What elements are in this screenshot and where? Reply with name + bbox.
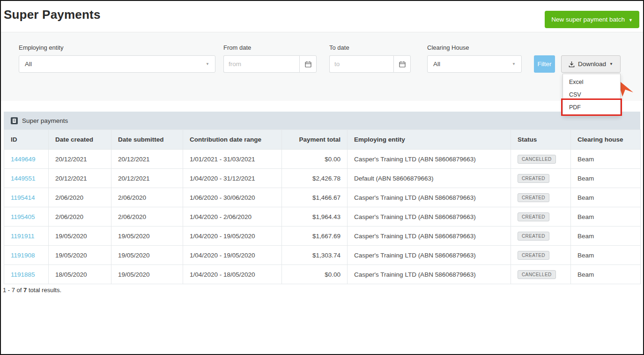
from-date-input[interactable] bbox=[223, 55, 299, 73]
date-submitted-cell: 20/12/2021 bbox=[111, 150, 183, 169]
column-header-employing-entity: Employing entity bbox=[348, 130, 511, 150]
document-icon bbox=[11, 117, 18, 124]
status-badge: CANCELLED bbox=[518, 155, 556, 164]
to-date-calendar-button[interactable] bbox=[393, 55, 411, 73]
employing-entity-value: All bbox=[25, 60, 32, 68]
employing-entity-cell: Casper's Training LTD (ABN 58606879663) bbox=[348, 265, 511, 284]
payment-id-link[interactable]: 1195405 bbox=[11, 213, 35, 220]
table-row: 1449551 20/12/2021 20/12/2021 1/04/2020 … bbox=[4, 169, 641, 188]
download-control: Download ▼ Excel CSV PDF bbox=[561, 55, 621, 73]
status-badge: CREATED bbox=[518, 232, 549, 241]
clearing-house-cell: Beam bbox=[571, 207, 641, 227]
payment-id-link[interactable]: 1191911 bbox=[11, 233, 35, 240]
menu-item-csv[interactable]: CSV bbox=[563, 89, 620, 101]
table-row: 1449649 20/12/2021 20/12/2021 1/01/2021 … bbox=[4, 150, 641, 169]
date-created-cell: 2/06/2020 bbox=[49, 188, 111, 207]
status-badge: CREATED bbox=[518, 212, 549, 221]
caret-down-icon: ▼ bbox=[609, 62, 613, 66]
status-badge: CANCELLED bbox=[518, 270, 556, 279]
date-created-cell: 19/05/2020 bbox=[49, 246, 111, 265]
calendar-icon bbox=[399, 61, 406, 68]
caret-down-icon: ▼ bbox=[629, 18, 633, 23]
results-suffix: total results. bbox=[27, 287, 61, 294]
column-header-status: Status bbox=[511, 130, 571, 150]
payment-id-link[interactable]: 1449649 bbox=[11, 156, 36, 163]
column-header-date-submitted: Date submitted bbox=[111, 130, 183, 150]
payment-id-link[interactable]: 1449551 bbox=[11, 175, 36, 182]
date-submitted-cell: 19/05/2020 bbox=[111, 227, 183, 246]
column-header-clearing-house: Clearing house bbox=[571, 130, 641, 150]
super-payments-panel-header: Super payments bbox=[4, 112, 640, 129]
payment-total-cell: $2,426.78 bbox=[282, 169, 348, 188]
payment-total-cell: $0.00 bbox=[282, 265, 348, 284]
status-badge: CREATED bbox=[518, 251, 549, 260]
table-row: 1191911 19/05/2020 19/05/2020 1/04/2020 … bbox=[4, 227, 641, 246]
payment-id-link[interactable]: 1195414 bbox=[11, 194, 35, 201]
payment-id-link[interactable]: 1191908 bbox=[11, 252, 35, 259]
column-header-payment-total: Payment total bbox=[282, 130, 348, 150]
filter-button[interactable]: Filter bbox=[534, 55, 555, 73]
download-label: Download bbox=[578, 60, 606, 68]
employing-entity-cell: Casper's Training LTD (ABN 58606879663) bbox=[348, 246, 511, 265]
clearing-house-cell: Beam bbox=[571, 265, 641, 284]
employing-entity-cell: Default (ABN 58606879663) bbox=[348, 169, 511, 188]
to-date-filter: To date bbox=[329, 44, 411, 73]
employing-entity-label: Employing entity bbox=[19, 44, 215, 51]
employing-entity-filter: Employing entity All ▼ bbox=[19, 44, 215, 73]
payment-total-cell: $1,466.67 bbox=[282, 188, 348, 207]
column-header-date-created: Date created bbox=[49, 130, 111, 150]
table-row: 1191885 18/05/2020 19/05/2020 1/04/2020 … bbox=[4, 265, 641, 284]
super-payments-table: ID Date created Date submitted Contribut… bbox=[4, 129, 641, 284]
employing-entity-cell: Casper's Training LTD (ABN 58606879663) bbox=[348, 150, 511, 169]
new-super-payment-batch-label: New super payment batch bbox=[551, 16, 625, 23]
results-summary: 1 - 7 of 7 total results. bbox=[3, 287, 61, 294]
date-submitted-cell: 19/05/2020 bbox=[111, 246, 183, 265]
clearing-house-cell: Beam bbox=[571, 169, 641, 188]
caret-down-icon: ▼ bbox=[512, 62, 516, 66]
page-title: Super Payments bbox=[4, 8, 101, 22]
payment-id-link[interactable]: 1191885 bbox=[11, 271, 35, 278]
clearing-house-cell: Beam bbox=[571, 188, 641, 207]
column-header-id: ID bbox=[4, 130, 49, 150]
payment-total-cell: $0.00 bbox=[282, 150, 348, 169]
table-row: 1195405 2/06/2020 2/06/2020 1/04/2020 - … bbox=[4, 207, 641, 227]
contribution-range-cell: 1/04/2020 - 2/06/2020 bbox=[183, 207, 282, 227]
date-submitted-cell: 2/06/2020 bbox=[111, 207, 183, 227]
contribution-range-cell: 1/06/2020 - 30/06/2020 bbox=[183, 188, 282, 207]
super-payments-page: Super Payments New super payment batch ▼… bbox=[0, 0, 644, 355]
caret-down-icon: ▼ bbox=[206, 62, 209, 66]
clearing-house-value: All bbox=[433, 60, 440, 68]
date-submitted-cell: 2/06/2020 bbox=[111, 188, 183, 207]
date-created-cell: 18/05/2020 bbox=[49, 265, 111, 284]
contribution-range-cell: 1/04/2020 - 31/12/2021 bbox=[183, 169, 282, 188]
date-created-cell: 19/05/2020 bbox=[49, 227, 111, 246]
menu-item-excel[interactable]: Excel bbox=[563, 76, 620, 89]
table-row: 1191908 19/05/2020 19/05/2020 1/04/2020 … bbox=[4, 246, 641, 265]
menu-item-pdf[interactable]: PDF bbox=[563, 101, 620, 114]
date-created-cell: 2/06/2020 bbox=[49, 207, 111, 227]
payment-total-cell: $1,667.69 bbox=[282, 227, 348, 246]
status-badge: CREATED bbox=[518, 193, 549, 202]
from-date-filter: From date bbox=[223, 44, 317, 73]
table-header-row: ID Date created Date submitted Contribut… bbox=[4, 130, 641, 150]
download-dropdown-menu: Excel CSV PDF bbox=[563, 74, 621, 116]
clearing-house-select[interactable]: All ▼ bbox=[427, 55, 522, 73]
filter-bar: Employing entity All ▼ From date bbox=[1, 32, 643, 101]
clearing-house-cell: Beam bbox=[571, 246, 641, 265]
download-icon bbox=[569, 61, 575, 68]
employing-entity-select[interactable]: All ▼ bbox=[19, 55, 215, 73]
from-date-calendar-button[interactable] bbox=[299, 55, 317, 73]
date-created-cell: 20/12/2021 bbox=[49, 150, 111, 169]
contribution-range-cell: 1/04/2020 - 19/05/2020 bbox=[183, 246, 282, 265]
employing-entity-cell: Casper's Training LTD (ABN 58606879663) bbox=[348, 188, 511, 207]
from-date-label: From date bbox=[223, 44, 317, 51]
download-button[interactable]: Download ▼ bbox=[561, 55, 621, 73]
column-header-contribution-range: Contribution date range bbox=[183, 130, 282, 150]
contribution-range-cell: 1/01/2021 - 31/03/2021 bbox=[183, 150, 282, 169]
contribution-range-cell: 1/04/2020 - 19/05/2020 bbox=[183, 227, 282, 246]
date-created-cell: 20/12/2021 bbox=[49, 169, 111, 188]
new-super-payment-batch-button[interactable]: New super payment batch ▼ bbox=[545, 11, 639, 28]
calendar-icon bbox=[305, 61, 311, 68]
to-date-input[interactable] bbox=[329, 55, 393, 73]
employing-entity-cell: Casper's Training LTD (ABN 58606879663) bbox=[348, 227, 511, 246]
